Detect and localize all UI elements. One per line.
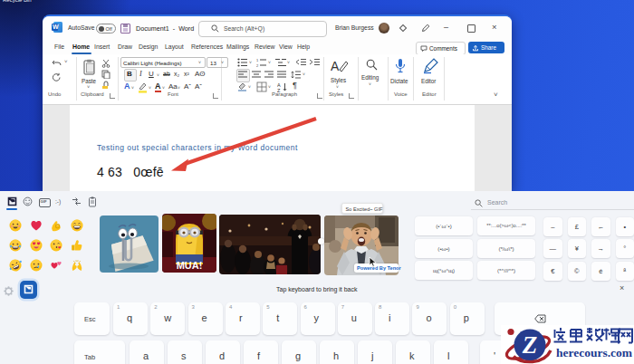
svg-text:A: A xyxy=(331,59,340,73)
svg-text:Z: Z xyxy=(522,331,538,359)
svg-text:MUA!: MUA! xyxy=(177,260,203,271)
svg-text:2: 2 xyxy=(256,63,259,68)
svg-text:1: 1 xyxy=(256,58,259,62)
svg-text:A: A xyxy=(277,82,281,88)
